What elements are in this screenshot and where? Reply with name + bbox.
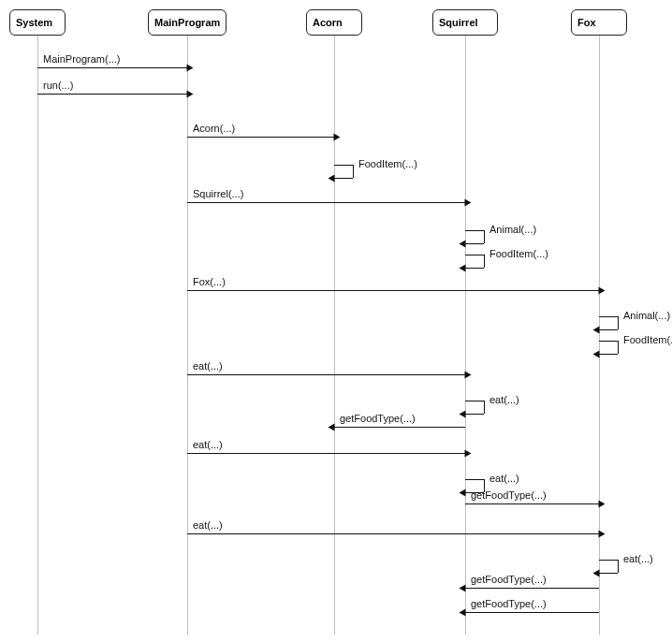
lifeline-p1 [187, 36, 188, 635]
message-arrow [334, 427, 465, 428]
message-label: Squirrel(...) [193, 188, 243, 199]
self-call-top [465, 401, 484, 401]
arrow-right-icon [599, 287, 606, 295]
message-label: eat(...) [193, 360, 223, 372]
message-arrow [465, 588, 599, 589]
message-arrow [37, 94, 187, 95]
self-call-bottom [334, 178, 353, 179]
self-call-top [599, 316, 618, 317]
arrow-right-icon [187, 65, 194, 72]
message-label: eat(...) [623, 553, 653, 564]
message-label: eat(...) [489, 394, 519, 405]
sequence-diagram: SystemMainProgramAcornSquirrelFoxMainPro… [0, 0, 672, 642]
self-call-top [465, 479, 484, 480]
self-call-side [484, 255, 485, 268]
self-call-top [599, 341, 618, 342]
self-call-top [334, 165, 353, 166]
arrow-left-icon [460, 585, 466, 592]
self-call-bottom [465, 243, 484, 244]
arrow-left-icon [329, 424, 335, 431]
participant-label: Squirrel [439, 17, 478, 28]
self-call-top [465, 230, 484, 231]
message-arrow [187, 202, 465, 203]
message-arrow [187, 533, 599, 534]
arrow-left-icon [460, 489, 466, 497]
self-call-side [353, 165, 354, 178]
arrow-left-icon [329, 175, 335, 182]
arrow-right-icon [465, 450, 472, 458]
message-label: getFoodType(...) [471, 574, 547, 585]
self-call-bottom [599, 354, 618, 355]
message-label: FoodItem(...) [358, 158, 417, 169]
lifeline-p4 [599, 36, 600, 635]
arrow-right-icon [465, 372, 472, 379]
arrow-left-icon [593, 351, 600, 358]
self-call-bottom [599, 329, 618, 330]
participant-label: Fox [577, 17, 596, 28]
message-label: FoodItem(...) [623, 334, 672, 345]
arrow-right-icon [187, 91, 194, 98]
message-arrow [187, 137, 334, 138]
participant-p3: Squirrel [432, 9, 498, 36]
message-label: Animal(...) [623, 310, 670, 321]
arrow-left-icon [460, 609, 466, 617]
lifeline-p2 [334, 36, 335, 635]
self-call-top [599, 560, 618, 561]
lifeline-p3 [465, 36, 466, 635]
message-arrow [187, 290, 599, 291]
self-call-side [484, 401, 485, 414]
participant-label: Acorn [313, 17, 343, 28]
self-call-side [618, 316, 619, 329]
message-arrow [187, 374, 465, 375]
lifeline-p0 [37, 36, 38, 635]
participant-label: MainProgram [154, 17, 220, 28]
message-label: getFoodType(...) [471, 489, 547, 501]
self-call-top [465, 255, 484, 255]
message-label: Fox(...) [193, 276, 226, 287]
participant-p4: Fox [571, 9, 627, 36]
self-call-side [484, 230, 485, 243]
arrow-right-icon [599, 531, 606, 538]
message-label: Acorn(...) [193, 123, 235, 134]
message-label: getFoodType(...) [471, 598, 547, 609]
message-arrow [187, 453, 465, 454]
self-call-bottom [465, 268, 484, 269]
self-call-side [618, 560, 619, 573]
self-call-bottom [465, 414, 484, 415]
message-label: getFoodType(...) [340, 413, 416, 424]
message-label: eat(...) [193, 519, 223, 531]
self-call-side [618, 341, 619, 354]
arrow-left-icon [460, 241, 466, 248]
arrow-left-icon [460, 265, 466, 272]
arrow-right-icon [465, 199, 472, 207]
arrow-right-icon [334, 134, 341, 141]
participant-p1: MainProgram [148, 9, 226, 36]
message-label: eat(...) [489, 473, 519, 484]
message-label: Animal(...) [489, 224, 536, 235]
arrow-left-icon [593, 570, 600, 577]
arrow-left-icon [593, 327, 600, 334]
message-arrow [37, 67, 187, 68]
message-label: run(...) [43, 80, 73, 91]
arrow-right-icon [599, 501, 606, 508]
message-arrow [465, 612, 599, 613]
participant-p2: Acorn [306, 9, 362, 36]
participant-p0: System [9, 9, 66, 36]
self-call-bottom [599, 573, 618, 574]
message-label: FoodItem(...) [489, 248, 548, 259]
message-label: MainProgram(...) [43, 53, 121, 65]
message-label: eat(...) [193, 439, 223, 450]
arrow-left-icon [460, 411, 466, 418]
participant-label: System [16, 17, 52, 28]
message-arrow [465, 503, 599, 504]
